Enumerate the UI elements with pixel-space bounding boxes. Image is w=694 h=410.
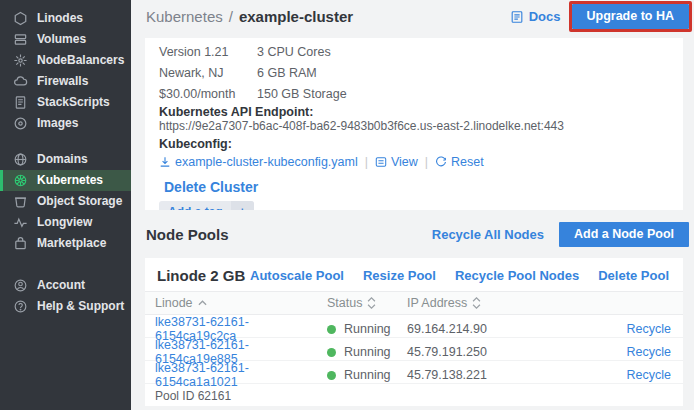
- sidebar-item-label: Marketplace: [37, 236, 106, 251]
- images-disc-icon: [13, 116, 28, 131]
- app-window: Linodes Volumes NodeBalancers Firewalls: [0, 0, 694, 410]
- upgrade-to-ha-button[interactable]: Upgrade to HA: [572, 4, 690, 29]
- ip-address: 45.79.138.221: [407, 368, 609, 382]
- sidebar-item-label: NodeBalancers: [37, 53, 124, 68]
- status-label: Running: [344, 345, 391, 359]
- pool-name: Linode 2 GB: [157, 267, 245, 284]
- delete-cluster-button[interactable]: Delete Cluster: [164, 179, 669, 195]
- recycle-node-link[interactable]: Recycle: [609, 368, 671, 382]
- add-tag-button[interactable]: Add a tag +: [159, 201, 254, 210]
- longview-pulse-icon: [13, 215, 28, 230]
- topbar: Kubernetes / example-cluster Docs Upgrad…: [131, 0, 694, 33]
- nodebalancer-icon: [13, 53, 28, 68]
- breadcrumb-separator: /: [229, 8, 233, 25]
- sidebar-item-label: Longview: [37, 215, 92, 230]
- autoscale-pool-link[interactable]: Autoscale Pool: [250, 268, 344, 283]
- divider: |: [425, 155, 428, 169]
- status-running-dot: [327, 371, 336, 380]
- ip-address: 45.79.191.250: [407, 345, 609, 359]
- node-link[interactable]: lke38731-62161-6154ca1a1021: [155, 361, 327, 389]
- column-label: IP Address: [407, 296, 467, 310]
- sidebar-item-label: Object Storage: [37, 194, 122, 209]
- status-label: Running: [344, 322, 391, 336]
- docs-label: Docs: [529, 9, 561, 24]
- reset-label: Reset: [451, 155, 484, 169]
- sidebar-item-linodes[interactable]: Linodes: [0, 8, 131, 29]
- kubeconfig-actions: example-cluster-kubeconfig.yaml | View |…: [159, 153, 669, 170]
- reset-icon: [435, 156, 447, 168]
- sidebar-item-label: Volumes: [37, 32, 86, 47]
- sidebar-item-label: Firewalls: [37, 74, 88, 89]
- marketplace-bag-icon: [13, 236, 28, 251]
- sidebar-item-stackscripts[interactable]: StackScripts: [0, 92, 131, 113]
- sidebar-item-help-support[interactable]: Help & Support: [0, 296, 131, 317]
- linode-hexagon-icon: [13, 11, 28, 26]
- spec-storage: 150 GB Storage: [257, 87, 669, 101]
- sidebar-group-services: Domains Kubernetes Object Storage Longvi…: [0, 149, 131, 254]
- status-cell: Running: [327, 345, 407, 359]
- status-label: Running: [344, 368, 391, 382]
- kubernetes-wheel-icon: [13, 173, 28, 188]
- recycle-all-nodes-link[interactable]: Recycle All Nodes: [432, 227, 544, 242]
- pool-actions: Autoscale Pool Resize Pool Recycle Pool …: [250, 268, 669, 283]
- sidebar-item-longview[interactable]: Longview: [0, 212, 131, 233]
- sidebar-group-account: Account Help & Support: [0, 275, 131, 317]
- api-endpoint-label: Kubernetes API Endpoint:: [159, 105, 669, 119]
- breadcrumb-current: example-cluster: [239, 8, 353, 25]
- spec-region: Newark, NJ: [159, 66, 257, 80]
- view-icon: [375, 156, 387, 168]
- docs-document-icon: [510, 10, 524, 24]
- kubeconfig-download-link[interactable]: example-cluster-kubeconfig.yaml: [159, 155, 358, 169]
- sidebar-item-account[interactable]: Account: [0, 275, 131, 296]
- sidebar-item-object-storage[interactable]: Object Storage: [0, 191, 131, 212]
- kubeconfig-view-link[interactable]: View: [375, 155, 418, 169]
- sidebar-item-domains[interactable]: Domains: [0, 149, 131, 170]
- sidebar-item-kubernetes[interactable]: Kubernetes: [0, 170, 131, 191]
- sidebar-group-compute: Linodes Volumes NodeBalancers Firewalls: [0, 8, 131, 134]
- cluster-summary-card: Version 1.21 3 CPU Cores Newark, NJ 6 GB…: [145, 38, 683, 210]
- status-cell: Running: [327, 368, 407, 382]
- table-row: lke38731-62161-6154ca19e885 Running 45.7…: [145, 338, 683, 361]
- spec-version: Version 1.21: [159, 45, 257, 59]
- status-cell: Running: [327, 322, 407, 336]
- resize-pool-link[interactable]: Resize Pool: [363, 268, 436, 283]
- recycle-pool-nodes-link[interactable]: Recycle Pool Nodes: [455, 268, 579, 283]
- api-endpoint-value: https://9e2a7307-b6ac-408f-ba62-9483b0b3…: [159, 120, 669, 133]
- account-user-icon: [13, 278, 28, 293]
- sidebar-item-images[interactable]: Images: [0, 113, 131, 134]
- divider: |: [365, 155, 368, 169]
- column-header-ip[interactable]: IP Address: [407, 296, 609, 310]
- breadcrumb-section-link[interactable]: Kubernetes: [146, 8, 223, 25]
- recycle-node-link[interactable]: Recycle: [609, 345, 671, 359]
- recycle-node-link[interactable]: Recycle: [609, 322, 671, 336]
- sidebar-item-volumes[interactable]: Volumes: [0, 29, 131, 50]
- sidebar-item-firewalls[interactable]: Firewalls: [0, 71, 131, 92]
- plus-icon: +: [231, 201, 254, 210]
- cluster-specs: Version 1.21 3 CPU Cores Newark, NJ 6 GB…: [159, 43, 669, 101]
- sidebar-item-nodebalancers[interactable]: NodeBalancers: [0, 50, 131, 71]
- status-running-dot: [327, 348, 336, 357]
- kubeconfig-reset-link[interactable]: Reset: [435, 155, 484, 169]
- download-icon: [159, 156, 171, 168]
- volumes-icon: [13, 32, 28, 47]
- column-header-linode[interactable]: Linode: [155, 296, 327, 310]
- sidebar-item-label: Images: [37, 116, 78, 131]
- table-header: Linode Status IP Address: [145, 291, 683, 315]
- add-tag-label: Add a tag: [159, 201, 231, 210]
- docs-link[interactable]: Docs: [510, 9, 561, 24]
- main-content: Kubernetes / example-cluster Docs Upgrad…: [131, 0, 694, 410]
- firewall-cloud-icon: [13, 74, 28, 89]
- column-header-status[interactable]: Status: [327, 296, 407, 310]
- sidebar-item-marketplace[interactable]: Marketplace: [0, 233, 131, 254]
- sort-asc-icon: [198, 300, 207, 306]
- delete-pool-link[interactable]: Delete Pool: [598, 268, 669, 283]
- sidebar-item-label: Kubernetes: [37, 173, 103, 188]
- domains-globe-icon: [13, 152, 28, 167]
- column-label: Linode: [155, 296, 193, 310]
- ip-address: 69.164.214.90: [407, 322, 609, 336]
- breadcrumb: Kubernetes / example-cluster: [146, 8, 353, 25]
- kubeconfig-filename: example-cluster-kubeconfig.yaml: [175, 155, 358, 169]
- node-pools-header-actions: Recycle All Nodes Add a Node Pool: [432, 222, 689, 247]
- add-node-pool-button[interactable]: Add a Node Pool: [559, 222, 689, 247]
- spec-ram: 6 GB RAM: [257, 66, 669, 80]
